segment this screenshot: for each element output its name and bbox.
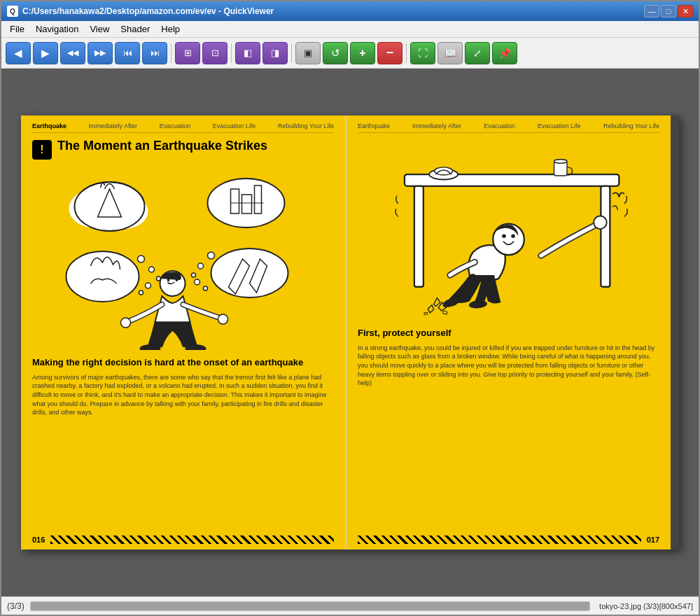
- svg-point-12: [138, 255, 145, 262]
- title-bar-left: Q C:/Users/hanakawa2/Desktop/amazon.com/…: [7, 6, 274, 17]
- svg-rect-34: [414, 186, 424, 287]
- left-caption-text: Among survivors of major earthquakes, th…: [32, 373, 334, 417]
- toolbar: ◀ ▶ ◀◀ ▶▶ ⏮ ⏭ ⊞ ⊡ ◧ ◨ ▣ ↺ + − ⛶ 📖 ⤢ 📌: [1, 38, 699, 69]
- title-controls: — □ ✕: [644, 5, 693, 18]
- svg-point-38: [511, 234, 515, 239]
- right-caption-text: In a strong earthquake, you could be inj…: [358, 344, 659, 388]
- main-window: Q C:/Users/hanakawa2/Desktop/amazon.com/…: [0, 0, 700, 616]
- spread-button[interactable]: ▣: [295, 42, 321, 64]
- nav-tab-earthquake[interactable]: Earthquake: [32, 122, 66, 130]
- zoom-out-button[interactable]: −: [377, 42, 402, 64]
- fast-prev-button[interactable]: ◀◀: [60, 42, 85, 64]
- progress-bar-container[interactable]: [30, 601, 590, 611]
- right-page-number-area: 017: [358, 536, 659, 544]
- menu-bar: File Navigation View Shader Help: [1, 21, 699, 38]
- menu-shader[interactable]: Shader: [115, 22, 155, 36]
- menu-help[interactable]: Help: [155, 22, 186, 36]
- status-bar: (3/3) tokyo-23.jpg (3/3)[800x547]: [1, 596, 699, 615]
- svg-point-26: [218, 314, 228, 324]
- right-page: Earthquake Immediately After Evacuation …: [346, 115, 671, 550]
- fit-window-button[interactable]: ⊡: [202, 42, 227, 64]
- prev-button[interactable]: ◀: [6, 42, 31, 64]
- page-right-edge: [671, 115, 679, 550]
- nav-tabs: Earthquake Immediately After Evacuation …: [32, 122, 334, 133]
- first-button[interactable]: ⏮: [115, 42, 140, 64]
- svg-point-33: [554, 160, 568, 164]
- pin-button[interactable]: 📌: [492, 42, 517, 64]
- separator-4: [406, 43, 407, 63]
- right-tab-evacuation: Evacuation: [484, 122, 515, 130]
- left-illustration-svg: [32, 168, 334, 350]
- left-caption: Making the right decision is hard at the…: [32, 357, 334, 417]
- close-button[interactable]: ✕: [678, 5, 693, 18]
- refresh-button[interactable]: ↺: [323, 42, 348, 64]
- zoom-in-button[interactable]: +: [350, 42, 375, 64]
- nav-tab-evacuation[interactable]: Evacuation: [160, 122, 191, 130]
- menu-file[interactable]: File: [4, 22, 30, 36]
- page-indicator: (3/3): [7, 601, 24, 611]
- svg-point-16: [198, 263, 204, 269]
- window-title: C:/Users/hanakawa2/Desktop/amazon.com/ev…: [22, 6, 274, 16]
- left-illustration-area: [32, 168, 334, 350]
- svg-point-18: [146, 283, 151, 288]
- right-tab-immediately: Immediately After: [412, 122, 461, 130]
- svg-point-2: [99, 194, 148, 229]
- svg-marker-44: [428, 305, 433, 313]
- menu-navigation[interactable]: Navigation: [30, 22, 84, 36]
- right-tab-earthquake: Earthquake: [358, 122, 390, 130]
- play-button[interactable]: ▶: [33, 42, 58, 64]
- left-page-stripe: [50, 536, 334, 544]
- right-illustration-svg: [358, 139, 659, 321]
- left-page-button[interactable]: ◧: [235, 42, 260, 64]
- minimize-button[interactable]: —: [644, 5, 659, 18]
- nav-tab-immediately[interactable]: Immediately After: [89, 122, 138, 130]
- separator-2: [231, 43, 232, 63]
- left-page-number-area: 016: [32, 536, 334, 544]
- title-bar: Q C:/Users/hanakawa2/Desktop/amazon.com/…: [1, 1, 699, 21]
- svg-marker-42: [434, 298, 440, 307]
- separator-3: [291, 43, 292, 63]
- right-caption-title: First, protect yourself: [358, 328, 659, 340]
- nav-tab-rebuilding[interactable]: Rebuilding Your Life: [278, 122, 334, 130]
- svg-point-19: [139, 290, 144, 295]
- book-mode-button[interactable]: 📖: [438, 42, 463, 64]
- menu-view[interactable]: View: [84, 22, 115, 36]
- left-caption-title: Making the right decision is hard at the…: [32, 357, 334, 369]
- right-caption: First, protect yourself In a strong eart…: [358, 328, 659, 388]
- right-tab-rebuilding: Rebuilding Your Life: [603, 122, 659, 130]
- warning-icon: !: [32, 140, 52, 160]
- page-title: The Moment an Earthquake Strikes: [57, 139, 267, 154]
- svg-point-20: [195, 279, 200, 285]
- right-nav-tabs: Earthquake Immediately After Evacuation …: [358, 122, 659, 133]
- fullscreen-button[interactable]: ⛶: [410, 42, 435, 64]
- right-page-number: 017: [647, 536, 659, 544]
- fit-width-button[interactable]: ⊞: [175, 42, 200, 64]
- svg-point-10: [66, 251, 139, 302]
- svg-point-11: [211, 248, 288, 298]
- page-container: Earthquake Immediately After Evacuation …: [21, 115, 679, 550]
- right-page-button[interactable]: ◨: [262, 42, 288, 64]
- svg-point-31: [435, 167, 453, 175]
- fit-all-button[interactable]: ⤢: [465, 42, 490, 64]
- maximize-button[interactable]: □: [661, 5, 676, 18]
- last-button[interactable]: ⏭: [142, 42, 167, 64]
- svg-point-21: [204, 286, 208, 290]
- svg-point-17: [192, 273, 196, 277]
- right-page-stripe: [358, 536, 641, 544]
- page-title-section: ! The Moment an Earthquake Strikes: [32, 139, 334, 160]
- nav-tab-evacuation-life[interactable]: Evacuation Life: [213, 122, 256, 130]
- svg-point-37: [502, 234, 506, 239]
- svg-point-25: [121, 318, 131, 328]
- app-icon: Q: [7, 6, 18, 17]
- status-left: (3/3): [7, 601, 594, 611]
- svg-point-15: [208, 252, 215, 259]
- svg-point-39: [594, 216, 607, 230]
- left-page: Earthquake Immediately After Evacuation …: [21, 115, 346, 550]
- fast-next-button[interactable]: ▶▶: [88, 42, 113, 64]
- left-page-number: 016: [32, 536, 45, 544]
- progress-bar-fill: [31, 602, 589, 610]
- right-tab-evacuation-life: Evacuation Life: [538, 122, 581, 130]
- svg-point-13: [149, 267, 155, 272]
- right-illustration-area: [358, 139, 659, 321]
- svg-rect-45: [443, 311, 447, 314]
